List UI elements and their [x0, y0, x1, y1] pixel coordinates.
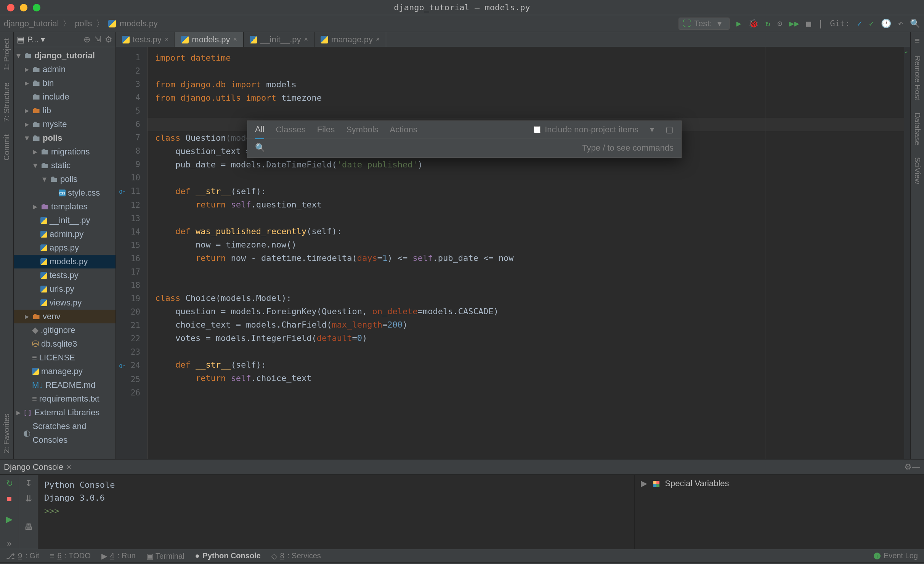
debug-button[interactable]: 🐞	[748, 19, 759, 28]
tool-tab-project[interactable]: 1: Project	[2, 36, 11, 72]
tree-arrow-icon[interactable]: ▸	[24, 117, 30, 131]
close-tab-icon[interactable]: ×	[165, 35, 169, 43]
breadcrumb[interactable]: django_tutorial 〉 polls 〉 models.py	[4, 18, 158, 29]
scroll-end-button[interactable]: ⇊	[25, 494, 32, 504]
override-icon[interactable]: O↑	[119, 360, 126, 373]
tree-arrow-icon[interactable]: ▸	[32, 145, 38, 159]
expand-icon[interactable]: »	[7, 539, 11, 549]
gutter-line[interactable]: 14	[119, 225, 140, 239]
tree-node[interactable]: ▸⫿⫿ External Libraries	[14, 406, 116, 419]
pin-icon[interactable]: ▢	[666, 125, 674, 135]
gutter-line[interactable]: 12	[119, 199, 140, 212]
tool-window-python-console[interactable]: ● Python Console	[195, 551, 261, 560]
bottom-panel-title[interactable]: Django Console	[4, 462, 64, 472]
tool-window-run[interactable]: ▶ 4: Run	[101, 551, 136, 561]
gutter-line[interactable]: 8	[119, 145, 140, 158]
editor-tab[interactable]: __init__.py×	[244, 32, 314, 47]
search-input[interactable]	[271, 143, 577, 153]
tool-tab-sciview[interactable]: SciView	[913, 155, 922, 186]
close-tab-icon[interactable]: ×	[233, 35, 237, 43]
tree-node[interactable]: manage.py	[14, 365, 116, 378]
console-output[interactable]: Python Console Django 3.0.6 >>>	[38, 475, 634, 549]
gutter-line[interactable]: 9	[119, 158, 140, 171]
execute-button[interactable]: ▶	[6, 514, 13, 524]
tool-window-terminal[interactable]: ▣ Terminal	[146, 551, 184, 561]
override-icon[interactable]: O↑	[119, 185, 126, 199]
tree-arrow-icon[interactable]: ▾	[32, 159, 38, 172]
tree-node[interactable]: ▸🖿 admin	[14, 63, 116, 76]
breadcrumb-segment[interactable]: django_tutorial	[4, 19, 59, 29]
event-log-button[interactable]: i Event Log	[874, 551, 918, 560]
search-everywhere-popup[interactable]: All Classes Files Symbols Actions Includ…	[247, 121, 682, 158]
tree-node[interactable]: admin.py	[14, 227, 116, 241]
gutter-line[interactable]: 13	[119, 212, 140, 225]
tree-node[interactable]: ≡ LICENSE	[14, 351, 116, 365]
tool-tab-structure[interactable]: 7: Structure	[2, 80, 11, 124]
filter-icon[interactable]: ▾	[650, 125, 654, 135]
close-tab-icon[interactable]: ×	[304, 35, 308, 43]
gutter-line[interactable]: 25	[119, 373, 140, 386]
gutter-line[interactable]: 19	[119, 292, 140, 305]
search-tab-all[interactable]: All	[255, 124, 264, 139]
tree-node[interactable]: ▸🖿 mysite	[14, 117, 116, 131]
search-everywhere-button[interactable]: 🔍	[910, 19, 920, 28]
tool-window-services[interactable]: ◇ 8: Services	[271, 551, 321, 561]
tree-arrow-icon[interactable]: ▾	[24, 131, 30, 145]
tree-node[interactable]: ▸🖿 lib	[14, 104, 116, 117]
gear-icon[interactable]: ⚙	[904, 462, 912, 472]
gutter-line[interactable]: 15	[119, 239, 140, 252]
git-update-button[interactable]: ✓	[857, 19, 862, 28]
tree-node[interactable]: views.py	[14, 296, 116, 310]
gutter-line[interactable]: 20	[119, 305, 140, 319]
hide-icon[interactable]: —	[912, 462, 920, 472]
project-tree[interactable]: ▾🖿 django_tutorial▸🖿 admin▸🖿 bin 🖿 inclu…	[14, 47, 116, 448]
tool-tab-commit[interactable]: Commit	[2, 132, 11, 163]
editor-tab[interactable]: manage.py×	[314, 32, 386, 47]
gutter-line[interactable]: 17	[119, 265, 140, 279]
gutter-line[interactable]: 3	[119, 78, 140, 91]
notifications-icon[interactable]: ≡	[915, 36, 920, 46]
tree-node[interactable]: ▸🖿 templates	[14, 200, 116, 214]
tree-arrow-icon[interactable]: ▸	[24, 310, 30, 323]
close-icon[interactable]: ×	[67, 462, 72, 472]
rerun-button[interactable]: ↻	[6, 479, 13, 488]
soft-wrap-button[interactable]: ↧	[25, 479, 32, 488]
tree-node[interactable]: models.py	[14, 255, 116, 268]
tree-node[interactable]: ≡ requirements.txt	[14, 392, 116, 406]
tree-node[interactable]: ◐ Scratches and Consoles	[14, 419, 116, 447]
search-tab-symbols[interactable]: Symbols	[346, 125, 378, 135]
git-commit-button[interactable]: ✓	[869, 19, 874, 28]
tree-node[interactable]: ▾🖿 django_tutorial	[14, 49, 116, 63]
console-prompt[interactable]: >>>	[44, 506, 59, 516]
gutter-line[interactable]: 6	[119, 118, 140, 131]
tree-node[interactable]: ⛁ db.sqlite3	[14, 337, 116, 351]
tree-node[interactable]: tests.py	[14, 268, 116, 282]
tree-node[interactable]: ▸🖿 migrations	[14, 145, 116, 159]
tree-arrow-icon[interactable]: ▸	[32, 200, 38, 214]
gutter-line[interactable]: 18	[119, 279, 140, 292]
gutter-line[interactable]: O↑ 24	[119, 359, 140, 373]
gutter-line[interactable]: 26	[119, 386, 140, 400]
tree-node[interactable]: ▾🖿 polls	[14, 131, 116, 145]
tree-node[interactable]: 🖿 include	[14, 90, 116, 104]
tree-arrow-icon[interactable]: ▸	[24, 76, 30, 90]
gear-icon[interactable]: ⚙	[105, 35, 112, 45]
gutter-line[interactable]: 2	[119, 64, 140, 78]
editor-tab[interactable]: tests.py×	[116, 32, 175, 47]
breadcrumb-segment[interactable]: models.py	[120, 19, 158, 29]
gutter-line[interactable]: 16	[119, 252, 140, 265]
gutter-line[interactable]: 22	[119, 332, 140, 345]
tool-tab-remote-host[interactable]: Remote Host	[913, 53, 922, 103]
run-anything-button[interactable]: ▶▶	[789, 19, 799, 28]
tree-node[interactable]: ▸🖿 bin	[14, 76, 116, 90]
profile-button[interactable]: ⊙	[777, 19, 782, 28]
error-stripe[interactable]	[904, 47, 910, 459]
run-configuration-selector[interactable]: ⛶ Test:	[679, 18, 729, 30]
gutter-line[interactable]: 1	[119, 51, 140, 64]
gutter-line[interactable]: 23	[119, 345, 140, 359]
tree-arrow-icon[interactable]: ▸	[24, 63, 30, 76]
tree-node[interactable]: ◆ .gitignore	[14, 323, 116, 337]
search-tab-classes[interactable]: Classes	[276, 125, 305, 135]
print-button[interactable]: 🖶	[24, 522, 33, 532]
chevron-right-icon[interactable]: ▶	[641, 479, 647, 488]
